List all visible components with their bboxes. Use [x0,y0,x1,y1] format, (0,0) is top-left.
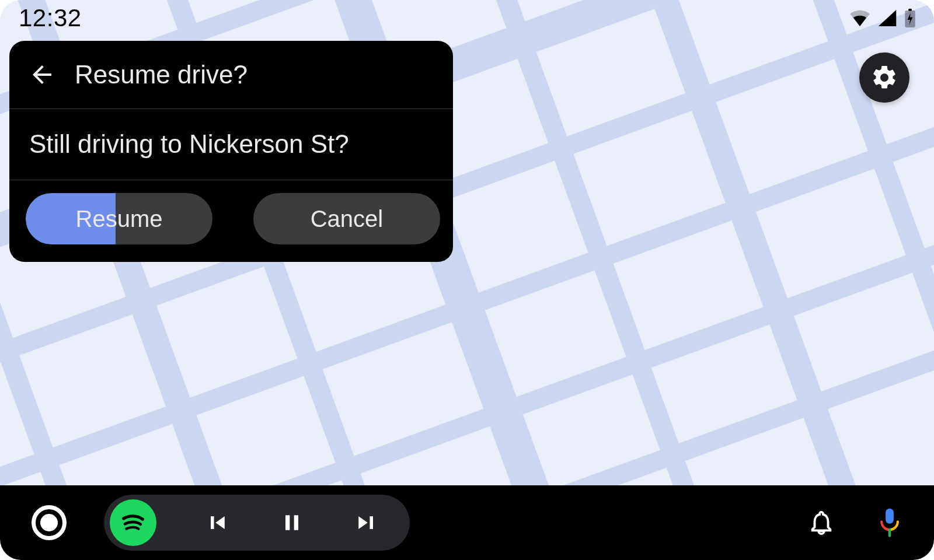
gear-icon [870,64,898,92]
cancel-button[interactable]: Cancel [253,193,440,244]
resume-button[interactable]: Resume [26,193,212,244]
home-button[interactable] [32,505,67,540]
skip-previous-icon [204,510,230,536]
cancel-button-label: Cancel [311,206,384,232]
pause-button[interactable] [278,510,306,536]
voice-assistant-icon [877,508,902,538]
notifications-button[interactable] [808,509,835,536]
back-button[interactable] [26,58,58,91]
bell-icon [808,509,835,536]
skip-next-icon [354,510,379,536]
spotify-icon [117,506,149,539]
resume-button-label: Resume [76,206,163,232]
dialog-title: Resume drive? [75,60,248,89]
status-bar: 12:32 [0,0,934,36]
previous-track-button[interactable] [203,510,231,536]
clock: 12:32 [19,4,82,32]
signal-icon [878,10,897,26]
settings-button[interactable] [859,52,909,103]
voice-assistant-button[interactable] [877,508,902,538]
arrow-back-icon [28,61,56,89]
pause-icon [279,510,305,536]
svg-rect-2 [886,509,894,524]
next-track-button[interactable] [353,510,381,536]
resume-drive-dialog: Resume drive? Still driving to Nickerson… [9,41,453,262]
dialog-body-text: Still driving to Nickerson St? [29,127,433,161]
nav-bar [0,485,934,560]
spotify-app-button[interactable] [110,499,156,546]
battery-charging-icon [905,9,915,27]
svg-rect-1 [908,9,912,11]
media-controls [104,495,410,551]
wifi-icon [850,10,870,26]
